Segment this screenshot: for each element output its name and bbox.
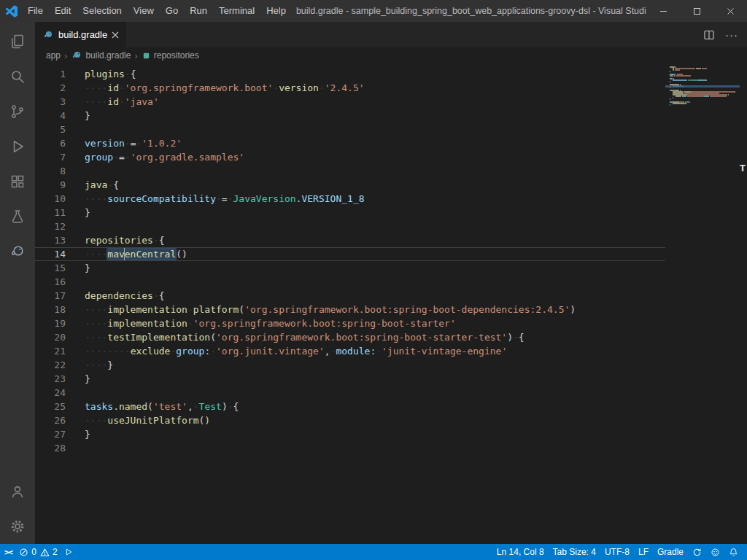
line-number[interactable]: 5 — [35, 122, 85, 136]
line-number[interactable]: 7 — [35, 150, 85, 164]
code-line[interactable]: 23} — [35, 372, 665, 386]
line-number[interactable]: 6 — [35, 136, 85, 150]
line-number[interactable]: 8 — [35, 164, 85, 178]
line-number[interactable]: 24 — [35, 386, 85, 400]
line-number[interactable]: 12 — [35, 219, 85, 233]
code-line[interactable]: 5 — [35, 122, 665, 136]
menu-edit[interactable]: Edit — [49, 0, 77, 22]
activitybar-extensions[interactable] — [0, 164, 35, 199]
line-number[interactable]: 26 — [35, 413, 85, 427]
code-line[interactable]: 21········exclude·group:·'org.junit.vint… — [35, 344, 665, 358]
line-number[interactable]: 11 — [35, 206, 85, 219]
line-number[interactable]: 25 — [35, 400, 85, 413]
activitybar-search[interactable] — [0, 59, 35, 94]
activitybar-accounts[interactable] — [0, 474, 35, 509]
line-number[interactable]: 2 — [35, 81, 85, 95]
status-encoding[interactable]: UTF-8 — [600, 544, 634, 560]
minimize-button[interactable] — [646, 0, 680, 22]
menu-go[interactable]: Go — [160, 0, 184, 22]
line-number[interactable]: 13 — [35, 233, 85, 247]
code-line[interactable]: 9java·{ — [35, 178, 665, 192]
code-line[interactable]: 27} — [35, 427, 665, 441]
split-editor-icon[interactable] — [703, 29, 715, 41]
activitybar-source-control[interactable] — [0, 94, 35, 129]
breadcrumb-item-repositories[interactable]: repositories — [142, 50, 199, 61]
code-line[interactable]: 20····testImplementation('org.springfram… — [35, 330, 665, 344]
status-remote[interactable]: >< — [0, 544, 17, 560]
status-tab-size[interactable]: Tab Size: 4 — [549, 544, 600, 560]
chevron-right-icon: › — [63, 50, 69, 61]
activitybar-run-debug[interactable] — [0, 129, 35, 164]
close-button[interactable] — [713, 0, 747, 22]
code-line[interactable]: 3····id·'java' — [35, 95, 665, 109]
status-task[interactable] — [60, 544, 77, 560]
code-line[interactable]: 16 — [35, 275, 665, 289]
line-number[interactable]: 14 — [35, 247, 85, 261]
menu-terminal[interactable]: Terminal — [213, 0, 260, 22]
line-number[interactable]: 16 — [35, 275, 85, 289]
breadcrumb-item-build-gradle[interactable]: build.gradle — [71, 50, 131, 61]
status-warnings[interactable]: 2 — [38, 544, 60, 560]
line-number[interactable]: 28 — [35, 441, 85, 455]
line-number[interactable]: 22 — [35, 358, 85, 372]
code-line[interactable]: 7group·=·'org.gradle.samples' — [35, 150, 665, 164]
line-number[interactable]: 10 — [35, 192, 85, 206]
status-notifications[interactable] — [724, 544, 743, 560]
minimap[interactable] — [665, 63, 747, 544]
code-line[interactable]: 17dependencies·{ — [35, 289, 665, 303]
code-line[interactable]: 10····sourceCompatibility·=·JavaVersion.… — [35, 192, 665, 206]
line-number[interactable]: 17 — [35, 289, 85, 303]
line-number[interactable]: 15 — [35, 261, 85, 275]
code-line[interactable]: 28 — [35, 441, 665, 455]
code-line[interactable]: 8 — [35, 164, 665, 178]
code-line[interactable]: 11} — [35, 206, 665, 219]
line-number[interactable]: 27 — [35, 427, 85, 441]
maximize-button[interactable] — [680, 0, 713, 22]
activitybar-explorer[interactable] — [0, 24, 35, 59]
code-line[interactable]: 22····} — [35, 358, 665, 372]
status-sync[interactable] — [688, 544, 706, 560]
code-line[interactable]: 4} — [35, 109, 665, 122]
menu-view[interactable]: View — [128, 0, 160, 22]
line-number[interactable]: 4 — [35, 109, 85, 122]
text-cursor — [124, 248, 125, 260]
line-number[interactable]: 3 — [35, 95, 85, 109]
line-number[interactable]: 20 — [35, 330, 85, 344]
code-line[interactable]: 25tasks.named('test',·Test)·{ — [35, 400, 665, 413]
line-number[interactable]: 1 — [35, 67, 85, 81]
status-language-mode[interactable]: Gradle — [653, 544, 688, 560]
menu-file[interactable]: File — [22, 0, 49, 22]
code-line[interactable]: 18····implementation·platform('org.sprin… — [35, 303, 665, 316]
line-number[interactable]: 23 — [35, 372, 85, 386]
status-errors[interactable]: 0 — [17, 544, 38, 560]
code-line[interactable]: 12 — [35, 219, 665, 233]
code-area[interactable]: 1plugins·{2····id·'org.springframework.b… — [35, 63, 665, 544]
status-eol[interactable]: LF — [634, 544, 653, 560]
line-number[interactable]: 18 — [35, 303, 85, 316]
close-tab-icon[interactable] — [112, 31, 119, 39]
tab-build-gradle[interactable]: build.gradle — [35, 22, 126, 47]
line-number[interactable]: 19 — [35, 316, 85, 330]
activitybar-gradle[interactable] — [0, 234, 35, 269]
code-line[interactable]: 1plugins·{ — [35, 67, 665, 81]
title-bar: FileEditSelectionViewGoRunTerminalHelp b… — [0, 0, 747, 22]
status-feedback[interactable] — [706, 544, 724, 560]
code-line[interactable]: 26····useJUnitPlatform() — [35, 413, 665, 427]
code-line[interactable]: 2····id·'org.springframework.boot'·versi… — [35, 81, 665, 95]
more-actions-icon[interactable]: ··· — [725, 28, 738, 41]
code-line[interactable]: 24 — [35, 386, 665, 400]
menu-selection[interactable]: Selection — [77, 0, 127, 22]
menu-help[interactable]: Help — [260, 0, 292, 22]
code-line[interactable]: 13repositories·{ — [35, 233, 665, 247]
activitybar-testing[interactable] — [0, 199, 35, 234]
code-line[interactable]: 14····mavenCentral() — [35, 247, 665, 261]
code-line[interactable]: 15} — [35, 261, 665, 275]
activitybar-settings[interactable] — [0, 509, 35, 544]
code-line[interactable]: 6version·=·'1.0.2' — [35, 136, 665, 150]
menu-run[interactable]: Run — [184, 0, 213, 22]
line-number[interactable]: 9 — [35, 178, 85, 192]
status-cursor-position[interactable]: Ln 14, Col 8 — [492, 544, 549, 560]
line-number[interactable]: 21 — [35, 344, 85, 358]
code-line[interactable]: 19····implementation·'org.springframewor… — [35, 316, 665, 330]
breadcrumb-item-app[interactable]: app — [46, 50, 61, 61]
